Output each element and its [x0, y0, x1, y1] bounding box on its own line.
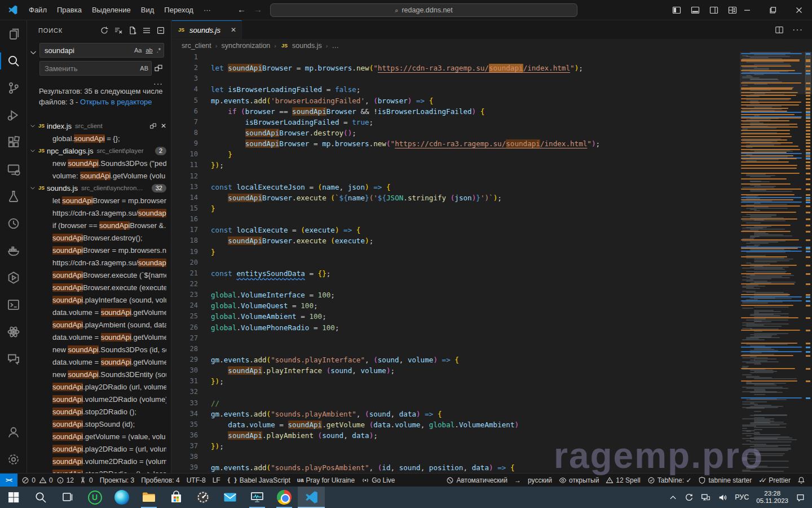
tray-chevron-up-icon[interactable]: [669, 493, 677, 502]
restore-button[interactable]: [760, 0, 786, 20]
tray-volume-icon[interactable]: [718, 493, 727, 502]
menu-item[interactable]: Правка: [52, 4, 87, 16]
taskbar-store-icon[interactable]: [162, 487, 189, 508]
search-icon[interactable]: [0, 47, 27, 75]
result-match-row[interactable]: soundApi.playInterface (sound, volu…: [27, 294, 171, 306]
result-match-row[interactable]: soundApi.stopSound (id);: [27, 418, 171, 430]
docker-icon[interactable]: [0, 237, 27, 264]
status-item-пробелов-4[interactable]: Пробелов: 4: [138, 474, 183, 487]
status-item-prettier[interactable]: ✓✓Prettier: [755, 474, 794, 487]
result-match-row[interactable]: soundApi.stop2DRadio ();: [27, 405, 171, 418]
files-icon[interactable]: [0, 20, 27, 47]
preserve-case-icon[interactable]: AB: [140, 65, 148, 72]
status-item-русский[interactable]: русский: [524, 474, 555, 487]
taskbar-explorer-icon[interactable]: [135, 487, 162, 508]
result-match-row[interactable]: soundApiBrowser.destroy();: [27, 231, 171, 244]
result-match-row[interactable]: soundApi.getVolume = (value, volu…: [27, 430, 171, 443]
breadcrumb-item[interactable]: src_client: [182, 42, 211, 50]
status-item[interactable]: →: [511, 474, 524, 487]
toggle-replace-icon[interactable]: [29, 48, 38, 57]
menu-item[interactable]: Файл: [24, 4, 52, 16]
nav-forward-icon[interactable]: →: [254, 5, 262, 14]
result-match-row[interactable]: global.soundApi = {};: [27, 132, 171, 144]
history-icon[interactable]: [0, 210, 27, 237]
breadcrumb-item[interactable]: …: [332, 42, 339, 50]
command-center-search[interactable]: ⌕ redage.ddns.net: [270, 3, 577, 17]
clear-results-icon[interactable]: [114, 26, 123, 35]
result-match-row[interactable]: soundApi.volume2DRadio (volume);: [27, 393, 171, 405]
result-match-row[interactable]: let soundApiBrowser = mp.browser…: [27, 194, 171, 207]
result-match-row[interactable]: soundApiBrowser.execute (`${name}…: [27, 269, 171, 281]
taskbar-task-view-icon[interactable]: [54, 487, 81, 508]
menu-item[interactable]: ···: [198, 4, 216, 16]
taskbar-start-icon[interactable]: [0, 487, 27, 508]
taskbar-edge-icon[interactable]: [108, 487, 135, 508]
toggle-sidebar-icon[interactable]: [672, 6, 681, 15]
status-item-0[interactable]: 0: [37, 474, 55, 487]
search-input[interactable]: soundapi Aa ab .*: [39, 43, 164, 58]
split-editor-icon[interactable]: [775, 25, 784, 34]
dismiss-icon[interactable]: ✕: [161, 122, 166, 130]
status-item-0[interactable]: 0: [76, 474, 96, 487]
status-item-utf-8[interactable]: UTF-8: [183, 474, 209, 487]
nav-back-icon[interactable]: ←: [237, 5, 246, 14]
status-item[interactable]: [794, 474, 809, 487]
status-item-tabnine-[interactable]: TabNine: ✓: [644, 474, 695, 487]
taskbar-mail-icon[interactable]: [217, 487, 244, 508]
chevron-down-icon[interactable]: [29, 185, 36, 191]
source-control-icon[interactable]: [0, 75, 27, 102]
tab-sounds-js[interactable]: JS sounds.js ✕: [172, 20, 242, 39]
breadcrumb-item[interactable]: synchronization: [221, 42, 270, 50]
replace-all-icon[interactable]: [149, 122, 157, 130]
close-button[interactable]: [786, 0, 812, 20]
result-match-row[interactable]: soundApi.playAmbient (sound, data);: [27, 318, 171, 331]
result-file-row[interactable]: JSnpc_dialogs.jssrc_client\player2: [27, 144, 171, 157]
clock[interactable]: 23:28 05.11.2023: [756, 490, 788, 505]
taskbar-iobit-icon[interactable]: U: [81, 487, 108, 508]
result-match-row[interactable]: soundApi.stop2DRadio = () => local…: [27, 467, 171, 473]
result-file-row[interactable]: JSindex.jssrc_client✕: [27, 120, 171, 132]
result-match-row[interactable]: soundApiBrowser = mp.browsers.ne…: [27, 244, 171, 256]
result-match-row[interactable]: volume: soundApi.getVolume (volu…: [27, 169, 171, 182]
open-in-editor-link[interactable]: Открыть в редакторе: [80, 98, 152, 106]
extensions-icon[interactable]: [0, 129, 27, 156]
react-icon[interactable]: [0, 318, 27, 345]
account-icon[interactable]: [0, 419, 27, 446]
status-item-lf[interactable]: LF: [209, 474, 224, 487]
whole-word-icon[interactable]: ab: [145, 47, 152, 54]
collapse-all-icon[interactable]: [156, 26, 165, 35]
status-item-0[interactable]: 0: [20, 474, 37, 487]
result-match-row[interactable]: https://cdn-ra3.ragemp.su/soundap…: [27, 207, 171, 219]
result-file-row[interactable]: JSsounds.jssrc_client\synchron…32: [27, 182, 171, 194]
menu-item[interactable]: Выделение: [87, 4, 136, 16]
status-item-babel-javascript[interactable]: { }Babel JavaScript: [224, 474, 294, 487]
result-match-row[interactable]: data.volume = soundApi.getVolume…: [27, 356, 171, 368]
scrollbar[interactable]: [804, 52, 812, 473]
comments-icon[interactable]: [0, 345, 27, 373]
code-runner-icon[interactable]: [0, 264, 27, 291]
status-item-go-live[interactable]: Go Live: [358, 474, 398, 487]
taskbar-vscode-icon[interactable]: [298, 487, 325, 508]
result-match-row[interactable]: new soundApi.Sounds3DPos (id, so…: [27, 343, 171, 356]
debug-icon[interactable]: [0, 102, 27, 129]
settings-icon[interactable]: [0, 446, 27, 473]
taskbar-chrome-icon[interactable]: [271, 487, 298, 508]
status-item-12[interactable]: 12: [55, 474, 76, 487]
action-center-icon[interactable]: [796, 493, 805, 502]
tab-close-icon[interactable]: ✕: [231, 26, 236, 34]
code-editor[interactable]: 12let soundApiBrowser = mp.browsers.new(…: [172, 52, 740, 473]
match-case-icon[interactable]: Aa: [134, 47, 142, 54]
minimize-button[interactable]: [734, 0, 760, 20]
editor-more-actions-icon[interactable]: ···: [792, 25, 803, 35]
taskbar-perfmon-icon[interactable]: [244, 487, 271, 508]
testing-icon[interactable]: [0, 183, 27, 210]
open-new-search-editor-icon[interactable]: [128, 26, 137, 35]
menu-item[interactable]: Вид: [136, 4, 160, 16]
result-match-row[interactable]: soundApi.play2DRadio = (url, volum…: [27, 443, 171, 455]
toggle-panel-icon[interactable]: [691, 6, 700, 15]
menu-item[interactable]: Переход: [159, 4, 198, 16]
regex-icon[interactable]: .*: [157, 47, 161, 54]
chevron-down-icon[interactable]: [29, 122, 36, 129]
terminal-icon[interactable]: [0, 291, 27, 318]
refresh-icon[interactable]: [100, 26, 109, 35]
